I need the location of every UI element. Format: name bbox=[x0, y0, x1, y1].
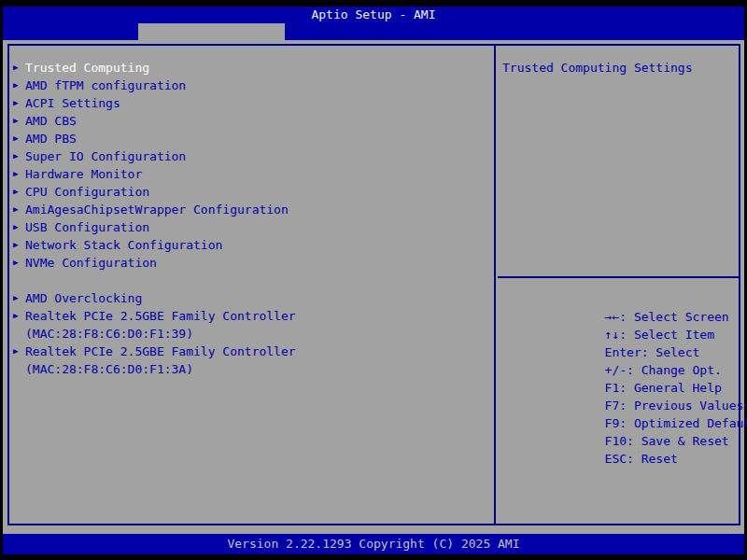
version-bar: Version 2.22.1293 Copyright (C) 2025 AMI bbox=[3, 534, 744, 554]
menu-item[interactable]: ▶ AMD CBS bbox=[9, 112, 494, 130]
menu-item[interactable]: (MAC:28:F8:C6:D0:F1:39) bbox=[9, 325, 494, 343]
menu-tab[interactable]: Security bbox=[424, 23, 571, 40]
menu-item[interactable]: ▶ ACPI Settings bbox=[9, 94, 494, 112]
menu-item[interactable]: ▶ NVMe Configuration bbox=[9, 254, 494, 272]
menu-item[interactable]: ▶ AMD Overclocking bbox=[9, 289, 494, 307]
menu-item[interactable]: ▶ AMD PBS bbox=[9, 130, 494, 147]
options-list: ▶ Trusted Computing ▶ AMD fTPM configura… bbox=[9, 46, 494, 378]
title-bar: Aptio Setup - AMI Main Advanced Chipset … bbox=[3, 7, 744, 40]
submenu-arrow-icon: ▶ bbox=[11, 77, 25, 94]
hotkey-hint-label: F10: Save & Reset bbox=[605, 434, 729, 448]
menu-item-label: ACPI Settings bbox=[25, 94, 120, 112]
menu-item-label: AmiAgesaChipsetWrapper Configuration bbox=[25, 201, 289, 218]
menu-item-label: Network Stack Configuration bbox=[25, 236, 222, 254]
menu-item[interactable]: ▶ AMD fTPM configuration bbox=[9, 77, 494, 94]
menu-item[interactable]: ▶ Trusted Computing bbox=[9, 59, 494, 77]
hotkey-hint-label: F7: Previous Values bbox=[605, 399, 744, 413]
hotkey-hint-label: F9: Optimized Defaults bbox=[605, 416, 747, 430]
submenu-arrow-icon bbox=[11, 272, 25, 289]
menu-item[interactable]: ▶ Realtek PCIe 2.5GBE Family Controller bbox=[9, 307, 494, 325]
submenu-arrow-icon: ▶ bbox=[11, 343, 25, 360]
help-divider bbox=[498, 276, 739, 278]
submenu-arrow-icon: ▶ bbox=[11, 289, 25, 307]
menu-item-label: AMD CBS bbox=[25, 112, 77, 130]
menu-item-label: AMD fTPM configuration bbox=[25, 77, 186, 94]
menu-item-label: (MAC:28:F8:C6:D0:F1:39) bbox=[25, 325, 193, 343]
submenu-arrow-icon: ▶ bbox=[11, 112, 25, 130]
page-title: Aptio Setup - AMI bbox=[3, 7, 744, 23]
menu-item-label: CPU Configuration bbox=[25, 183, 149, 201]
submenu-arrow-icon: ▶ bbox=[11, 94, 25, 112]
menu-item-label: Trusted Computing bbox=[25, 59, 149, 77]
menu-item[interactable]: ▶ Super IO Configuration bbox=[9, 147, 494, 165]
menu-item-label: USB Configuration bbox=[25, 218, 149, 236]
submenu-arrow-icon: ▶ bbox=[11, 183, 25, 201]
menu-tab[interactable]: Main bbox=[21, 23, 138, 40]
menu-item[interactable]: (MAC:28:F8:C6:D0:F1:3A) bbox=[9, 360, 494, 378]
menu-item-label: AMD PBS bbox=[25, 130, 77, 147]
menu-item[interactable]: ▶ CPU Configuration bbox=[9, 183, 494, 201]
menu-item-label: Hardware Monitor bbox=[25, 165, 142, 183]
submenu-arrow-icon: ▶ bbox=[11, 254, 25, 272]
menu-tab-bar: Main Advanced Chipset Security Boot Save… bbox=[21, 23, 747, 40]
menu-item bbox=[9, 272, 494, 289]
setup-frame: ▶ Trusted Computing ▶ AMD fTPM configura… bbox=[7, 44, 740, 525]
submenu-arrow-icon: ▶ bbox=[11, 130, 25, 147]
menu-tab[interactable]: Save & Exit bbox=[687, 23, 747, 40]
options-panel: ▶ Trusted Computing ▶ AMD fTPM configura… bbox=[9, 46, 496, 524]
menu-item[interactable]: ▶ AmiAgesaChipsetWrapper Configuration bbox=[9, 201, 494, 218]
menu-item[interactable]: ▶ Hardware Monitor bbox=[9, 165, 494, 183]
version-text: Version 2.22.1293 Copyright (C) 2025 AMI bbox=[227, 537, 519, 551]
submenu-arrow-icon: ▶ bbox=[11, 147, 25, 165]
hotkey-hint-label: ↑↓: Select Item bbox=[605, 328, 714, 342]
main-area: ▶ Trusted Computing ▶ AMD fTPM configura… bbox=[3, 40, 744, 534]
item-help-text: Trusted Computing Settings bbox=[498, 46, 739, 77]
help-panel: Trusted Computing Settings →←: Select Sc… bbox=[498, 46, 739, 524]
hotkey-hints: →←: Select Screen ↑↓: Select Item Enter:… bbox=[502, 290, 737, 450]
bios-setup-screen: Aptio Setup - AMI Main Advanced Chipset … bbox=[3, 7, 744, 554]
submenu-arrow-icon: ▶ bbox=[11, 201, 25, 218]
menu-tab[interactable]: Boot bbox=[570, 23, 687, 40]
submenu-arrow-icon: ▶ bbox=[11, 307, 25, 325]
submenu-arrow-icon: ▶ bbox=[11, 165, 25, 183]
hotkey-hint-label: +/-: Change Opt. bbox=[605, 363, 722, 377]
menu-item-label: (MAC:28:F8:C6:D0:F1:3A) bbox=[25, 360, 193, 378]
submenu-arrow-icon: ▶ bbox=[11, 236, 25, 254]
submenu-arrow-icon: ▶ bbox=[11, 218, 25, 236]
menu-item-label: Super IO Configuration bbox=[25, 147, 186, 165]
menu-item[interactable]: ▶ Realtek PCIe 2.5GBE Family Controller bbox=[9, 343, 494, 360]
menu-item[interactable]: ▶ USB Configuration bbox=[9, 218, 494, 236]
submenu-arrow-icon: ▶ bbox=[11, 59, 25, 77]
menu-tab[interactable]: Advanced bbox=[138, 23, 285, 40]
hotkey-hint-label: ESC: Reset bbox=[605, 452, 678, 466]
hotkey-hint-label: →←: Select Screen bbox=[605, 310, 729, 324]
hotkey-hint: →←: Select Screen bbox=[502, 290, 737, 308]
menu-tab[interactable]: Chipset bbox=[285, 23, 424, 40]
menu-item[interactable]: ▶ Network Stack Configuration bbox=[9, 236, 494, 254]
menu-item-label: Realtek PCIe 2.5GBE Family Controller bbox=[25, 343, 296, 360]
hotkey-hint-label: Enter: Select bbox=[605, 345, 700, 359]
hotkey-hint-label: F1: General Help bbox=[605, 381, 722, 395]
menu-item-label: Realtek PCIe 2.5GBE Family Controller bbox=[25, 307, 296, 325]
menu-item-label: NVMe Configuration bbox=[25, 254, 157, 272]
menu-item-label: AMD Overclocking bbox=[25, 289, 142, 307]
